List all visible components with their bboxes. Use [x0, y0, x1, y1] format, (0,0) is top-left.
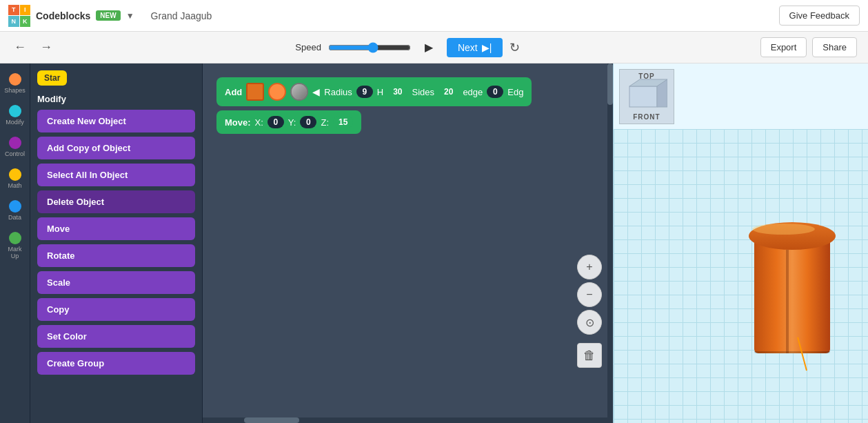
- cylinder-body: [754, 236, 830, 353]
- cylinder-shadow: [786, 250, 789, 353]
- create-new-object-button[interactable]: Create New Object: [37, 110, 195, 132]
- sidebar-item-modify[interactable]: Modify: [1, 101, 29, 130]
- move-label: Move:: [225, 117, 251, 128]
- z-value[interactable]: 15: [333, 116, 353, 128]
- sides-value[interactable]: 20: [438, 86, 458, 98]
- main-layout: Shapes Modify Control Math Data Mark Up …: [0, 63, 868, 423]
- sidebar-markup-label: Mark Up: [4, 246, 26, 259]
- sidebar-control-label: Control: [5, 150, 25, 157]
- code-blocks-area: Add ◀ Radius 9 H 30 Sides 20 edge 0 Edg: [203, 63, 613, 134]
- block-panel: Star Modify Create New Object Add Copy o…: [30, 63, 203, 423]
- x-label: X:: [255, 117, 263, 128]
- create-group-button[interactable]: Create Group: [37, 352, 195, 375]
- speed-label: Speed: [295, 42, 321, 52]
- copy-button[interactable]: Copy: [37, 298, 195, 321]
- edge-value[interactable]: 0: [487, 86, 503, 98]
- toolbar: ← → Speed ▶ Next ▶| ↻ Export Share: [0, 32, 868, 63]
- sidebar-item-markup[interactable]: Mark Up: [1, 228, 29, 264]
- sidebar-shapes-label: Shapes: [4, 87, 26, 94]
- cylinder-top: [749, 222, 836, 250]
- cylinder-base: [754, 351, 830, 353]
- h-label: H: [377, 87, 383, 97]
- navbar-left: T I N K Codeblocks NEW ▼ Grand Jaagub: [8, 5, 212, 27]
- nav-front-label: FRONT: [620, 113, 674, 121]
- vertical-scrollbar-thumb[interactable]: [607, 63, 613, 105]
- y-value[interactable]: 0: [300, 116, 316, 128]
- navbar-right: Give Feedback: [779, 6, 860, 26]
- logo-i: I: [20, 5, 31, 16]
- scale-button[interactable]: Scale: [37, 271, 195, 294]
- sidebar-item-shapes[interactable]: Shapes: [1, 69, 29, 98]
- canvas-area[interactable]: Add ◀ Radius 9 H 30 Sides 20 edge 0 Edg: [203, 63, 613, 423]
- h-value[interactable]: 30: [387, 86, 407, 98]
- vertical-scrollbar[interactable]: [607, 63, 613, 417]
- give-feedback-button[interactable]: Give Feedback: [779, 6, 860, 26]
- control-icon: [9, 137, 21, 149]
- delete-object-button[interactable]: Delete Object: [37, 190, 195, 213]
- redo-button[interactable]: →: [37, 37, 55, 57]
- star-block[interactable]: Star: [37, 70, 67, 86]
- zoom-in-button[interactable]: +: [577, 255, 602, 279]
- sidebar-item-data[interactable]: Data: [1, 196, 29, 225]
- toolbar-right: Export Share: [760, 37, 857, 57]
- add-label: Add: [225, 87, 242, 97]
- canvas-tools: + − ⊙ 🗑: [577, 255, 602, 368]
- next-label: Next: [458, 42, 478, 53]
- horizontal-scrollbar[interactable]: [203, 417, 613, 423]
- x-value[interactable]: 0: [268, 116, 284, 128]
- app-name: Codeblocks: [36, 10, 90, 21]
- move-button[interactable]: Move: [37, 217, 195, 240]
- math-icon: [9, 168, 21, 181]
- z-label: Z:: [321, 117, 329, 128]
- trash-button[interactable]: 🗑: [577, 343, 602, 368]
- project-name[interactable]: Grand Jaagub: [151, 10, 212, 21]
- radius-value[interactable]: 9: [356, 86, 373, 98]
- sidebar-item-math[interactable]: Math: [1, 164, 29, 193]
- modify-icon: [9, 105, 21, 117]
- next-button[interactable]: Next ▶|: [447, 38, 503, 57]
- nav-cube[interactable]: TOP FRONT: [619, 69, 674, 124]
- export-button[interactable]: Export: [760, 37, 807, 57]
- sides-label: Sides: [412, 87, 435, 97]
- cylinder-shape: [754, 222, 830, 353]
- add-copy-object-button[interactable]: Add Copy of Object: [37, 137, 195, 159]
- edge2-label: Edg: [507, 87, 523, 97]
- sidebar-math-label: Math: [8, 182, 21, 189]
- share-button[interactable]: Share: [812, 37, 857, 57]
- nav-cube-svg: [626, 76, 667, 117]
- shape-box-icon: [246, 83, 264, 101]
- logo-k: K: [20, 16, 31, 27]
- arrow-left-icon[interactable]: ◀: [312, 86, 320, 97]
- radius-label: Radius: [324, 87, 352, 97]
- sidebar-modify-label: Modify: [6, 119, 24, 126]
- markup-icon: [9, 232, 21, 244]
- next-icon: ▶|: [482, 42, 492, 53]
- new-badge: NEW: [96, 10, 120, 21]
- add-block[interactable]: Add ◀ Radius 9 H 30 Sides 20 edge 0 Edg: [216, 77, 532, 106]
- reset-button[interactable]: ↻: [509, 40, 520, 55]
- rotate-button[interactable]: Rotate: [37, 244, 195, 267]
- shapes-icon: [9, 73, 21, 86]
- navbar: T I N K Codeblocks NEW ▼ Grand Jaagub Gi…: [0, 0, 868, 32]
- nav-top-label: TOP: [620, 72, 674, 80]
- grid-canvas: [614, 129, 868, 423]
- toolbar-left: ← →: [11, 37, 55, 57]
- play-button[interactable]: ▶: [418, 37, 440, 59]
- fit-button[interactable]: ⊙: [577, 310, 602, 335]
- logo-n: N: [8, 16, 19, 27]
- shape-gray-icon: [290, 83, 308, 101]
- scrollbar-thumb[interactable]: [244, 417, 299, 423]
- 3d-viewport: TOP FRONT + − ⊙: [613, 63, 868, 423]
- set-color-button[interactable]: Set Color: [37, 325, 195, 348]
- dropdown-arrow-icon[interactable]: ▼: [126, 11, 134, 21]
- edge-label: edge: [463, 87, 483, 97]
- speed-slider[interactable]: [328, 42, 411, 53]
- zoom-out-button[interactable]: −: [577, 282, 602, 307]
- cylinder-highlight: [752, 224, 815, 235]
- shape-circle-icon: [268, 83, 286, 101]
- move-block[interactable]: Move: X: 0 Y: 0 Z: 15: [216, 110, 361, 134]
- sidebar-item-control[interactable]: Control: [1, 132, 29, 161]
- undo-button[interactable]: ←: [11, 37, 29, 57]
- select-all-in-object-button[interactable]: Select All In Object: [37, 164, 195, 186]
- cylinder-3d: [737, 205, 847, 371]
